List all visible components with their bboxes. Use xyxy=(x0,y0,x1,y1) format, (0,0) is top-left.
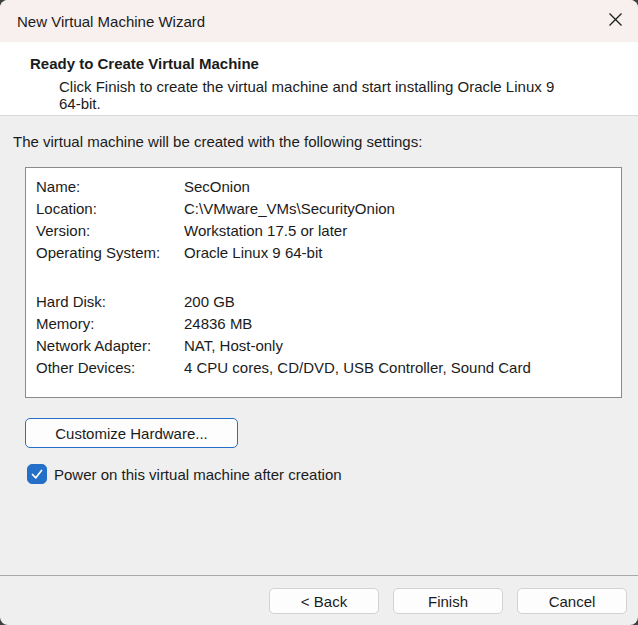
settings-row: Other Devices: 4 CPU cores, CD/DVD, USB … xyxy=(36,357,613,379)
settings-value: SecOnion xyxy=(184,176,250,198)
customize-hardware-button[interactable]: Customize Hardware... xyxy=(25,418,238,448)
checkmark-icon xyxy=(30,467,44,481)
settings-group-gap xyxy=(36,264,613,291)
new-vm-wizard-dialog: New Virtual Machine Wizard Ready to Crea… xyxy=(0,0,638,625)
settings-label: Operating System: xyxy=(36,242,184,264)
settings-label: Other Devices: xyxy=(36,357,184,379)
settings-row: Operating System: Oracle Linux 9 64-bit xyxy=(36,242,613,264)
settings-value: Workstation 17.5 or later xyxy=(184,220,347,242)
settings-label: Hard Disk: xyxy=(36,291,184,313)
close-icon xyxy=(608,12,623,30)
settings-value: Oracle Linux 9 64-bit xyxy=(184,242,322,264)
settings-value: NAT, Host-only xyxy=(184,335,283,357)
finish-button[interactable]: Finish xyxy=(393,588,503,614)
settings-row: Version: Workstation 17.5 or later xyxy=(36,220,613,242)
settings-label: Version: xyxy=(36,220,184,242)
titlebar: New Virtual Machine Wizard xyxy=(0,0,638,42)
settings-value: 200 GB xyxy=(184,291,235,313)
settings-label: Name: xyxy=(36,176,184,198)
wizard-header: Ready to Create Virtual Machine Click Fi… xyxy=(0,42,638,116)
intro-text: The virtual machine will be created with… xyxy=(13,133,638,151)
settings-value: 24836 MB xyxy=(184,313,252,335)
power-on-checkbox[interactable] xyxy=(27,464,47,484)
settings-row: Network Adapter: NAT, Host-only xyxy=(36,335,613,357)
wizard-step-title: Ready to Create Virtual Machine xyxy=(30,55,622,72)
settings-row: Name: SecOnion xyxy=(36,176,613,198)
window-title: New Virtual Machine Wizard xyxy=(0,13,205,30)
back-button[interactable]: < Back xyxy=(269,588,379,614)
settings-summary-box: Name: SecOnion Location: C:\VMware_VMs\S… xyxy=(25,167,622,398)
wizard-description-line: Click Finish to create the virtual machi… xyxy=(59,78,622,95)
wizard-step-description: Click Finish to create the virtual machi… xyxy=(59,78,622,112)
settings-value: C:\VMware_VMs\SecurityOnion xyxy=(184,198,395,220)
settings-label: Memory: xyxy=(36,313,184,335)
footer-button-bar: < Back Finish Cancel xyxy=(0,575,638,625)
power-on-label: Power on this virtual machine after crea… xyxy=(54,466,342,483)
wizard-description-line: 64-bit. xyxy=(59,95,622,112)
settings-row: Memory: 24836 MB xyxy=(36,313,613,335)
power-on-checkbox-row[interactable]: Power on this virtual machine after crea… xyxy=(27,464,342,484)
cancel-button[interactable]: Cancel xyxy=(517,588,627,614)
settings-value: 4 CPU cores, CD/DVD, USB Controller, Sou… xyxy=(184,357,531,379)
close-button[interactable] xyxy=(592,0,638,42)
settings-label: Network Adapter: xyxy=(36,335,184,357)
settings-label: Location: xyxy=(36,198,184,220)
settings-row: Location: C:\VMware_VMs\SecurityOnion xyxy=(36,198,613,220)
settings-row: Hard Disk: 200 GB xyxy=(36,291,613,313)
